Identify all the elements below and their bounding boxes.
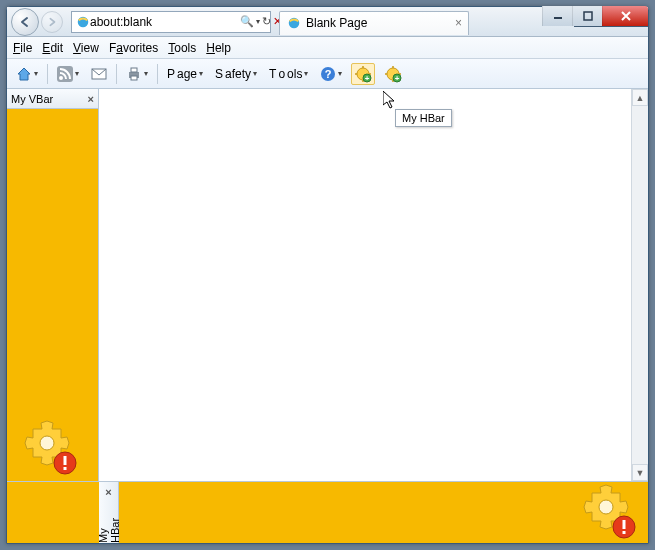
separator [116, 64, 117, 84]
separator [47, 64, 48, 84]
page-area: ▲ ▼ [99, 89, 648, 481]
svg-rect-42 [623, 531, 626, 534]
help-tool-button[interactable]: ?▾ [317, 64, 345, 84]
print-button[interactable]: ▾ [123, 64, 151, 84]
svg-rect-12 [584, 12, 592, 20]
home-tool-button[interactable]: ▾ [13, 64, 41, 84]
forward-button[interactable] [41, 11, 63, 33]
ie-window: 🔍 ▾ ↻ ✕ Blank Page × [6, 6, 649, 544]
toolbar: ▾ ▾ ▾ PPageage ▾ Safety ▾ Tools ▾ ?▾ + + [7, 59, 648, 89]
svg-rect-41 [623, 520, 626, 529]
feeds-button[interactable]: ▾ [54, 64, 82, 84]
tab-strip: Blank Page × [279, 9, 469, 35]
tab-close-icon[interactable]: × [455, 16, 462, 30]
address-input[interactable] [90, 15, 240, 29]
page-menu[interactable]: PPageage ▾ [164, 65, 206, 83]
svg-rect-17 [131, 68, 137, 72]
svg-text:+: + [395, 74, 400, 83]
vbar-header: My VBar × [7, 89, 98, 109]
menu-favorites[interactable]: Favorites [109, 41, 158, 55]
svg-rect-37 [64, 456, 67, 465]
scroll-down-icon[interactable]: ▼ [632, 464, 648, 481]
svg-text:+: + [365, 74, 370, 83]
tab-blank-page[interactable]: Blank Page × [279, 11, 469, 35]
tab-title: Blank Page [306, 16, 367, 30]
svg-point-14 [59, 76, 63, 80]
hbar-panel: × My HBar [7, 481, 648, 543]
back-button[interactable] [11, 8, 39, 36]
minimize-button[interactable] [542, 6, 572, 26]
vbar-close-icon[interactable]: × [88, 93, 94, 105]
vertical-scrollbar[interactable]: ▲ ▼ [631, 89, 648, 481]
maximize-button[interactable] [572, 6, 602, 26]
nav-buttons [7, 8, 67, 36]
custom-vbar-button[interactable]: + [381, 63, 405, 85]
svg-text:?: ? [325, 68, 332, 80]
hbar-left-fill [7, 482, 99, 543]
ie-favicon-icon [76, 14, 90, 30]
svg-rect-38 [64, 467, 67, 470]
address-field[interactable]: 🔍 ▾ ↻ ✕ [71, 11, 271, 33]
menu-tools[interactable]: Tools [168, 41, 196, 55]
search-icon[interactable]: 🔍 [240, 15, 254, 28]
tooltip-text: My HBar [402, 112, 445, 124]
tools-menu[interactable]: Tools ▾ [266, 65, 311, 83]
svg-rect-13 [57, 66, 73, 82]
menu-view[interactable]: View [73, 41, 99, 55]
menu-edit[interactable]: Edit [42, 41, 63, 55]
svg-rect-18 [131, 76, 137, 80]
page-content[interactable] [99, 89, 631, 481]
tooltip: My HBar [395, 109, 452, 127]
menu-file[interactable]: File [13, 41, 32, 55]
middle-row: My VBar × [7, 89, 648, 481]
menubar: File Edit View Favorites Tools Help [7, 37, 648, 59]
hbar-tab: × My HBar [99, 482, 119, 543]
gear-alert-icon [580, 481, 640, 541]
refresh-icon[interactable]: ↻ [262, 15, 271, 28]
vbar-title: My VBar [11, 93, 53, 105]
client-area: My VBar × [7, 89, 648, 543]
close-window-button[interactable] [602, 6, 648, 26]
safety-menu[interactable]: Safety ▾ [212, 65, 260, 83]
window-controls [542, 6, 648, 28]
custom-hbar-button[interactable]: + [351, 63, 375, 85]
vbar-body [7, 109, 98, 481]
scroll-up-icon[interactable]: ▲ [632, 89, 648, 106]
hbar-body [119, 482, 648, 543]
separator [157, 64, 158, 84]
hbar-close-icon[interactable]: × [105, 486, 111, 498]
hbar-title: My HBar [97, 504, 121, 543]
titlebar: 🔍 ▾ ↻ ✕ Blank Page × [7, 7, 648, 37]
mail-button[interactable] [88, 64, 110, 84]
svg-point-35 [40, 436, 54, 450]
address-wrap: 🔍 ▾ ↻ ✕ Blank Page × [71, 9, 570, 35]
menu-help[interactable]: Help [206, 41, 231, 55]
gear-alert-icon [21, 417, 81, 477]
tab-favicon-icon [286, 15, 302, 31]
svg-point-39 [599, 500, 613, 514]
address-dropdown-icon[interactable]: ▾ [256, 17, 260, 26]
vbar-panel: My VBar × [7, 89, 99, 481]
